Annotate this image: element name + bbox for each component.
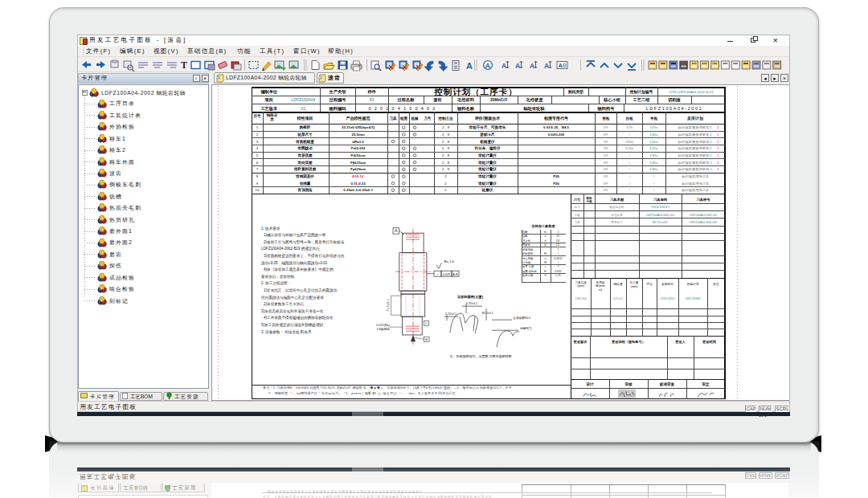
svg-text:A: A [485, 61, 491, 69]
svg-text:跳动≤0.05，端面跳动与轴向圆跳动≤0.01: 跳动≤0.05，端面跳动与轴向圆跳动≤0.01 [261, 260, 328, 265]
svg-text:≤Ra3.2: ≤Ra3.2 [353, 139, 365, 143]
svg-text:齿形误差: 齿形误差 [297, 153, 313, 157]
svg-text:(rpm): (rpm) [577, 284, 584, 288]
svg-text:R2.5±0.1: R2.5±0.1 [482, 312, 493, 315]
svg-text:齿轮计量仪: 齿轮计量仪 [477, 159, 497, 165]
svg-text:进给量: 进给量 [613, 282, 623, 286]
svg-text:编制单位: 编制单位 [260, 89, 277, 95]
svg-text:1366-316: 1366-316 [575, 297, 587, 300]
svg-text:2: 2 [444, 182, 447, 186]
svg-text:齿根圆直径: 齿根圆直径 [295, 173, 314, 179]
svg-text:A: A [515, 61, 520, 69]
svg-text:物料名称: 物料名称 [457, 105, 475, 111]
svg-text:物料编码: 物料编码 [329, 105, 347, 111]
svg-text:1件: 1件 [603, 153, 608, 157]
svg-text:刀具: 刀具 [574, 221, 580, 224]
svg-text:1/2h: 1/2h [626, 125, 633, 129]
svg-text:2、8: 2、8 [442, 146, 450, 150]
svg-text:齿轮加工参数表: 齿轮加工参数表 [530, 224, 555, 228]
svg-text:分类: 分类 [585, 198, 592, 202]
svg-text:自检: 自检 [626, 116, 633, 121]
svg-text:过程编号: 过程编号 [330, 97, 347, 103]
svg-text:A: A [544, 61, 549, 69]
svg-text:更改时间: 更改时间 [702, 340, 716, 345]
svg-text:控制计划编号: 控制计划编号 [629, 89, 653, 95]
svg-text:度(m/m: 度(m/m [596, 284, 605, 288]
svg-text:0.11-0.12: 0.11-0.12 [350, 182, 366, 186]
svg-text:/: / [653, 182, 655, 186]
svg-text:2: 2 [444, 174, 447, 178]
svg-text:标识/隔离/重新调整/返工: 标识/隔离/重新调整/返工 [678, 167, 712, 172]
svg-text:拉残量: 拉残量 [299, 181, 311, 186]
svg-text:LDFZ100A04-2002: LDFZ100A04-2002 [646, 105, 703, 110]
svg-text:1件: 1件 [603, 139, 608, 143]
svg-text:m: m [544, 231, 547, 234]
svg-text:齿轮计量仪: 齿轮计量仪 [477, 173, 497, 179]
svg-text:(mm): (mm) [631, 284, 637, 288]
svg-text:1: 1 [256, 125, 259, 129]
svg-text:0.25±0.1: 0.25±0.1 [445, 312, 457, 315]
svg-text:1. 技术要求: 1. 技术要求 [261, 226, 280, 231]
svg-text:/: / [653, 174, 655, 178]
svg-text:齿顶倒角: 齿顶倒角 [297, 188, 312, 193]
svg-text:审核: 审核 [624, 381, 633, 386]
svg-text:3)滚齿完成后去毛刺并清洗干净送一次: 3)滚齿完成后去毛刺并清洗干净送一次 [261, 308, 324, 314]
svg-text:品回计划: 品回计划 [686, 282, 698, 286]
svg-text:产品特性规范: 产品特性规范 [346, 116, 371, 121]
svg-text:变位系数: 变位系数 [522, 255, 534, 259]
svg-text:更换时间: 更换时间 [661, 282, 674, 286]
svg-text:0.01/0-25、Φ4.5: 0.01/0-25、Φ4.5 [543, 125, 569, 130]
svg-text:工装: 工装 [574, 213, 580, 216]
svg-text:3: 3 [256, 139, 259, 143]
svg-text:3)齿面粗糙度达到要求上，不得有打毛刺痕迹与伤: 3)齿面粗糙度达到要求上，不得有打毛刺痕迹与伤 [264, 253, 345, 259]
svg-text:控制方法: 控制方法 [438, 116, 453, 121]
svg-text:2、8: 2、8 [442, 167, 450, 171]
svg-text:标识/隔离/重新调整/返工: 标识/隔离/重新调整/返工 [678, 139, 712, 144]
svg-text:标识/隔离/更换刀具: 标识/隔离/更换刀具 [682, 188, 709, 193]
svg-text:2、8: 2、8 [442, 153, 450, 157]
svg-text:刀号: 刀号 [423, 116, 431, 121]
svg-text:齿圈跳动: 齿圈跳动 [297, 145, 313, 151]
svg-text:2)滚齿参数按工艺卡执行: 2)滚齿参数按工艺卡执行 [264, 301, 304, 306]
svg-text:6: 6 [256, 160, 259, 164]
svg-text:in): in) [599, 288, 602, 291]
svg-text:020104100402: 020104100402 [368, 105, 438, 110]
svg-text:毛坯硬度: 毛坯硬度 [526, 97, 544, 103]
svg-text:检测专用代号: 检测专用代号 [543, 116, 568, 121]
svg-text:s: s [545, 265, 547, 268]
svg-text:2)核对工艺与图号与型号一致，图形号打印按标准: 2)核对工艺与图号与型号一致，图形号打印按标准 [264, 239, 345, 245]
svg-text:刀具转速: 刀具转速 [575, 280, 588, 284]
svg-text:核心小组: 核心小组 [603, 97, 621, 103]
svg-text:Ff≤10um: Ff≤10um [351, 153, 366, 157]
svg-text:7: 7 [557, 247, 559, 251]
svg-text:标识/隔离/重新调整/返工: 标识/隔离/重新调整/返工 [678, 146, 712, 151]
svg-text:1319174510: 1319174510 [661, 297, 675, 300]
svg-text:0.25-4.0: 0.25-4.0 [613, 297, 624, 300]
svg-text:控制计划（工序卡）: 控制计划（工序卡） [433, 86, 517, 96]
svg-text:工: 工 [716, 160, 719, 164]
svg-text:跨棒距: 跨棒距 [299, 124, 311, 130]
svg-text:LDF2100A04-2002-D01: LDF2100A04-2002-D01 [690, 221, 718, 224]
svg-text:图纸类型: 图纸类型 [568, 89, 583, 95]
svg-text:2、8: 2、8 [442, 133, 450, 137]
svg-text:4)按《滚齿加工规范及检验要求》中规定的: 4)按《滚齿加工规范及检验要求》中规定的 [264, 267, 334, 272]
svg-text:首检: 首检 [602, 116, 609, 121]
svg-text:齿顶修缘R0.3: 齿顶修缘R0.3 [513, 315, 530, 319]
svg-text:α: α [545, 239, 547, 243]
svg-text:2、8: 2、8 [442, 139, 450, 143]
svg-text:32.31±0.025(dp=4.5): 32.31±0.025(dp=4.5) [342, 125, 375, 129]
svg-text:β: β [545, 243, 547, 247]
svg-text:齿轮计量仪: 齿轮计量仪 [477, 153, 497, 158]
svg-text:数控滚齿机: 数控滚齿机 [610, 205, 624, 209]
svg-text:齿圈 径向跳: 齿圈 径向跳 [522, 270, 537, 273]
svg-text:T: T [181, 59, 187, 71]
svg-text:角周速: 角周速 [596, 280, 605, 284]
svg-text:A: A [466, 60, 473, 70]
svg-text:/: / [628, 153, 630, 157]
svg-text:注：所有倒棱齿均，示意图 详图见倒棱样图: 注：所有倒棱齿均，示意图 详图见倒棱样图 [450, 353, 512, 358]
svg-text:齿轮千分尺、可换齿头: 齿轮千分尺、可换齿头 [469, 124, 506, 130]
svg-text:切入量: 切入量 [630, 281, 639, 284]
svg-text:Fr≤0.032: Fr≤0.032 [351, 146, 366, 150]
svg-text:20°: 20° [556, 239, 561, 243]
svg-text:标准审查: 标准审查 [659, 381, 675, 386]
